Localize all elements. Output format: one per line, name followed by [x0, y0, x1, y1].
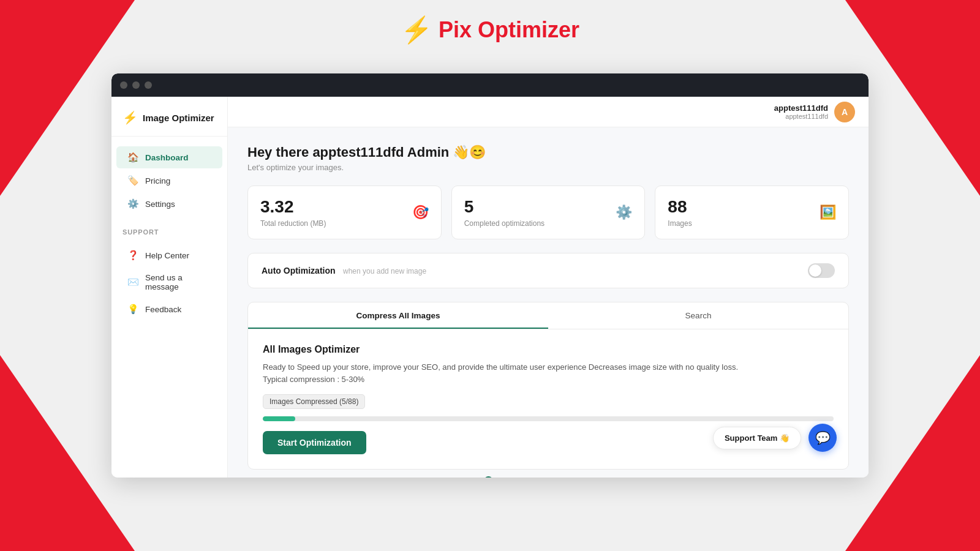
progress-fill: [263, 416, 295, 421]
stat-label-optimizations: Completed optimizations: [464, 219, 545, 228]
sidebar-logo: ⚡ Image Optimizer: [111, 107, 227, 137]
support-chat-button[interactable]: 💬: [809, 424, 837, 452]
stat-value-images: 88: [668, 197, 692, 217]
info-icon: i: [484, 476, 493, 478]
footer-text: Learn more about: [497, 476, 558, 478]
stat-card-images: 88 Images 🖼️: [655, 186, 849, 239]
auto-opt-sub: when you add new image: [343, 267, 426, 276]
help-icon: ❓: [127, 250, 139, 261]
compression-note: Typical compression : 5-30%: [263, 375, 364, 384]
progress-track: [263, 416, 834, 421]
optimizer-title: All Images Optimizer: [263, 344, 834, 355]
stat-label-images: Images: [668, 219, 692, 228]
optimizer-desc-text: Ready to Speed up your store, improve yo…: [263, 362, 738, 372]
sidebar-item-pricing-label: Pricing: [145, 176, 170, 186]
toggle-thumb: [809, 264, 821, 277]
feedback-icon: 💡: [127, 304, 139, 315]
optimizer-desc: Ready to Speed up your store, improve yo…: [263, 361, 834, 386]
app-layout: ⚡ Image Optimizer 🏠 Dashboard 🏷️ Pricing…: [111, 97, 869, 478]
chat-icon: 💬: [815, 430, 831, 445]
auto-optimization-toggle[interactable]: [808, 263, 835, 278]
tabs-header: Compress All Images Search: [248, 302, 848, 329]
auto-opt-label: Auto Optimization: [262, 266, 336, 276]
browser-dot-3: [145, 81, 152, 89]
footer-bar: i Learn more about Terms of use ↗: [247, 470, 849, 478]
sidebar-item-dashboard[interactable]: 🏠 Dashboard: [116, 146, 222, 168]
auto-opt-label-block: Auto Optimization when you add new image: [262, 265, 426, 276]
tab-search-label: Search: [685, 311, 712, 320]
sidebar-support-nav: ❓ Help Center ✉️ Send us a message 💡 Fee…: [111, 239, 227, 325]
settings-icon: ⚙️: [127, 198, 139, 209]
sidebar-item-dashboard-label: Dashboard: [145, 153, 189, 162]
browser-dot-1: [120, 81, 127, 89]
sidebar-nav: 🏠 Dashboard 🏷️ Pricing ⚙️ Settings: [111, 141, 227, 220]
image-icon: 🖼️: [820, 204, 836, 220]
browser-dot-2: [132, 81, 140, 89]
user-email: apptest111dfd: [774, 113, 828, 120]
sidebar-item-feedback-label: Feedback: [145, 305, 181, 314]
start-optimization-button[interactable]: Start Optimization: [263, 431, 366, 454]
stat-value-reduction: 3.32: [260, 197, 326, 217]
mail-icon: ✉️: [127, 277, 139, 288]
sidebar-item-settings-label: Settings: [145, 200, 175, 209]
stat-label-reduction: Total reduction (MB): [260, 219, 326, 228]
greeting-sub: Let's optimize your images.: [247, 163, 849, 172]
terms-link[interactable]: Terms of use ↗: [560, 476, 612, 478]
app-name: Pix Optimizer: [439, 17, 579, 43]
sidebar-logo-text: Image Optimizer: [143, 113, 214, 123]
support-chat-widget: Support Team 👋 💬: [713, 424, 837, 452]
stat-card-reduction: 3.32 Total reduction (MB) 🎯: [247, 186, 442, 239]
tab-compress-label: Compress All Images: [356, 311, 440, 320]
top-bar: apptest111dfd apptest111dfd A: [228, 97, 869, 127]
support-team-label: Support Team 👋: [713, 427, 801, 449]
user-avatar[interactable]: A: [834, 102, 855, 122]
sidebar: ⚡ Image Optimizer 🏠 Dashboard 🏷️ Pricing…: [111, 97, 228, 478]
sidebar-item-message-label: Send us a message: [145, 273, 211, 291]
user-name-block: apptest111dfd apptest111dfd: [774, 103, 828, 120]
sidebar-item-help-label: Help Center: [145, 251, 189, 260]
sidebar-logo-icon: ⚡: [123, 110, 138, 125]
user-info: apptest111dfd apptest111dfd A: [774, 102, 855, 122]
content-area: apptest111dfd apptest111dfd A Hey there …: [228, 97, 869, 478]
star-icon: 🎯: [412, 204, 429, 220]
browser-chrome: [111, 73, 869, 97]
support-section-label: SUPPORT: [111, 220, 227, 239]
user-name: apptest111dfd: [774, 103, 828, 113]
sidebar-item-settings[interactable]: ⚙️ Settings: [116, 193, 222, 215]
sidebar-item-send-message[interactable]: ✉️ Send us a message: [116, 268, 222, 297]
home-icon: 🏠: [127, 152, 139, 163]
logo-bolt-icon: ⚡: [401, 17, 432, 43]
tab-search[interactable]: Search: [548, 302, 848, 329]
greeting-title: Hey there apptest111dfd Admin 👋😊: [247, 144, 849, 160]
stats-row: 3.32 Total reduction (MB) 🎯 5 Completed …: [247, 186, 849, 239]
tab-compress-all[interactable]: Compress All Images: [248, 302, 548, 329]
browser-window: ⚡ Image Optimizer 🏠 Dashboard 🏷️ Pricing…: [111, 73, 869, 478]
gear-icon: ⚙️: [616, 204, 632, 220]
stat-value-optimizations: 5: [464, 197, 545, 217]
app-logo-area: ⚡ Pix Optimizer: [401, 17, 579, 43]
sidebar-item-help-center[interactable]: ❓ Help Center: [116, 244, 222, 266]
stat-card-optimizations: 5 Completed optimizations ⚙️: [451, 186, 646, 239]
sidebar-item-feedback[interactable]: 💡 Feedback: [116, 298, 222, 320]
sidebar-item-pricing[interactable]: 🏷️ Pricing: [116, 170, 222, 192]
pricing-icon: 🏷️: [127, 175, 139, 186]
auto-optimization-bar: Auto Optimization when you add new image: [247, 253, 849, 288]
images-compressed-badge: Images Compressed (5/88): [263, 394, 365, 409]
